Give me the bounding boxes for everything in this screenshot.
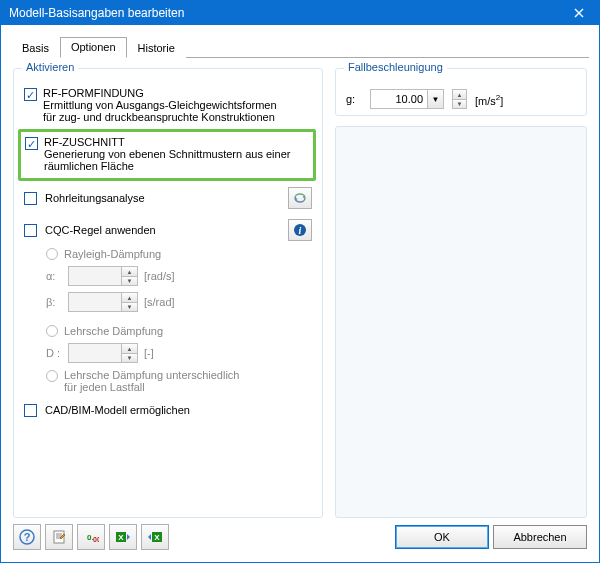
g-input[interactable]: 10.00 ▼ xyxy=(370,89,444,109)
spin-up-icon[interactable]: ▲ xyxy=(122,267,137,277)
close-button[interactable] xyxy=(559,1,599,25)
bottom-bar: ? 0. 00 X X xyxy=(1,518,599,562)
option-zuschnitt-highlight: RF-ZUSCHNITT Generierung von ebenen Schn… xyxy=(18,129,316,181)
window-title: Modell-Basisangaben bearbeiten xyxy=(9,6,559,20)
group-placeholder xyxy=(335,126,587,518)
group-fall: Fallbeschleunigung g: 10.00 ▼ ▲▼ [m/s2] xyxy=(335,68,587,116)
checkbox-zuschnitt[interactable] xyxy=(25,137,38,150)
help-button[interactable]: ? xyxy=(13,524,41,550)
svg-text:00: 00 xyxy=(93,536,99,543)
radio-rayleigh[interactable] xyxy=(46,248,58,260)
notes-button[interactable] xyxy=(45,524,73,550)
dialog-body: Aktivieren RF-FORMFINDUNG Ermittlung von… xyxy=(1,58,599,518)
export-excel-button[interactable]: X xyxy=(109,524,137,550)
cancel-button[interactable]: Abbrechen xyxy=(493,525,587,549)
alpha-label: α: xyxy=(46,270,62,282)
option-cadbim-row: CAD/BIM-Modell ermöglichen xyxy=(24,403,312,417)
radio-lehr-per-loadcase[interactable] xyxy=(46,370,58,382)
svg-text:?: ? xyxy=(24,531,31,543)
chevron-down-icon[interactable]: ▼ xyxy=(427,90,443,108)
right-column: Fallbeschleunigung g: 10.00 ▼ ▲▼ [m/s2] xyxy=(335,68,587,518)
d-input[interactable]: ▲▼ xyxy=(68,343,138,363)
refresh-button[interactable] xyxy=(288,187,312,209)
ok-button[interactable]: OK xyxy=(395,525,489,549)
zuschnitt-desc2: räumlichen Fläche xyxy=(44,160,290,172)
cqc-label: CQC-Regel anwenden xyxy=(45,224,156,236)
formfindung-desc2: für zug- und druckbeanspruchte Konstrukt… xyxy=(43,111,277,123)
checkbox-rohr[interactable] xyxy=(24,192,37,205)
svg-text:X: X xyxy=(118,533,124,542)
export-excel-icon: X xyxy=(115,530,131,544)
d-unit: [-] xyxy=(144,347,154,359)
radio-lehr[interactable] xyxy=(46,325,58,337)
spin-down-icon[interactable]: ▼ xyxy=(122,303,137,312)
zuschnitt-text: RF-ZUSCHNITT Generierung von ebenen Schn… xyxy=(44,136,290,172)
spin-up-icon[interactable]: ▲ xyxy=(122,344,137,354)
tab-bar: Basis Optionen Historie xyxy=(1,25,599,57)
checkbox-formfindung[interactable] xyxy=(24,88,37,101)
alpha-row: α: ▲▼ [rad/s] xyxy=(46,266,312,286)
group-activate-title: Aktivieren xyxy=(22,61,78,73)
group-fall-title: Fallbeschleunigung xyxy=(344,61,447,73)
info-icon: i xyxy=(293,223,307,237)
cqc-suboptions: Rayleigh-Dämpfung α: ▲▼ [rad/s] β: xyxy=(46,247,312,393)
option-lehr: Lehrsche Dämpfung xyxy=(46,324,312,337)
formfindung-label: RF-FORMFINDUNG xyxy=(43,87,277,99)
option-formfindung[interactable]: RF-FORMFINDUNG Ermittlung von Ausgangs-G… xyxy=(24,87,312,123)
g-label: g: xyxy=(346,93,362,105)
option-cqc-row: CQC-Regel anwenden i xyxy=(24,219,312,241)
g-unit: [m/s2] xyxy=(475,93,503,107)
lehr2-line2: für jeden Lastfall xyxy=(64,381,240,393)
zuschnitt-label: RF-ZUSCHNITT xyxy=(44,136,290,148)
svg-text:X: X xyxy=(154,533,160,542)
formfindung-desc1: Ermittlung von Ausgangs-Gleichgewichtsfo… xyxy=(43,99,277,111)
alpha-input[interactable]: ▲▼ xyxy=(68,266,138,286)
g-value: 10.00 xyxy=(371,93,427,105)
tab-historie[interactable]: Historie xyxy=(127,38,186,58)
dialog-window: Modell-Basisangaben bearbeiten Basis Opt… xyxy=(0,0,600,563)
option-lehr-per-loadcase: Lehrsche Dämpfung unterschiedlich für je… xyxy=(46,369,312,393)
spin-up-icon[interactable]: ▲ xyxy=(122,293,137,303)
checkbox-cadbim[interactable] xyxy=(24,404,37,417)
lehr-label: Lehrsche Dämpfung xyxy=(64,325,163,337)
close-icon xyxy=(574,8,584,18)
import-excel-icon: X xyxy=(147,530,163,544)
spin-down-icon[interactable]: ▼ xyxy=(122,277,137,286)
rohr-label: Rohrleitungsanalyse xyxy=(45,192,145,204)
g-row: g: 10.00 ▼ ▲▼ [m/s2] xyxy=(346,87,576,109)
formfindung-text: RF-FORMFINDUNG Ermittlung von Ausgangs-G… xyxy=(43,87,277,123)
d-label: D : xyxy=(46,347,62,359)
svg-text:i: i xyxy=(299,225,302,236)
beta-input[interactable]: ▲▼ xyxy=(68,292,138,312)
option-rayleigh: Rayleigh-Dämpfung xyxy=(46,247,312,260)
lehr2-text: Lehrsche Dämpfung unterschiedlich für je… xyxy=(64,369,240,393)
tab-basis[interactable]: Basis xyxy=(11,38,60,58)
units-button[interactable]: 0. 00 xyxy=(77,524,105,550)
tab-optionen[interactable]: Optionen xyxy=(60,37,127,58)
group-activate: Aktivieren RF-FORMFINDUNG Ermittlung von… xyxy=(13,68,323,518)
titlebar: Modell-Basisangaben bearbeiten xyxy=(1,1,599,25)
rayleigh-label: Rayleigh-Dämpfung xyxy=(64,248,161,260)
beta-unit: [s/rad] xyxy=(144,296,175,308)
beta-label: β: xyxy=(46,296,62,308)
spin-down-icon[interactable]: ▼ xyxy=(453,100,466,109)
info-button[interactable]: i xyxy=(288,219,312,241)
zuschnitt-desc1: Generierung von ebenen Schnittmustern au… xyxy=(44,148,290,160)
import-excel-button[interactable]: X xyxy=(141,524,169,550)
alpha-value xyxy=(69,267,121,285)
left-column: Aktivieren RF-FORMFINDUNG Ermittlung von… xyxy=(13,68,323,518)
g-stepper[interactable]: ▲▼ xyxy=(452,89,467,109)
spin-down-icon[interactable]: ▼ xyxy=(122,354,137,363)
spin-up-icon[interactable]: ▲ xyxy=(453,90,466,100)
cadbim-label: CAD/BIM-Modell ermöglichen xyxy=(45,404,190,416)
alpha-unit: [rad/s] xyxy=(144,270,175,282)
beta-value xyxy=(69,293,121,311)
d-row: D : ▲▼ [-] xyxy=(46,343,312,363)
option-zuschnitt[interactable]: RF-ZUSCHNITT Generierung von ebenen Schn… xyxy=(25,136,307,172)
notes-icon xyxy=(52,530,66,544)
checkbox-cqc[interactable] xyxy=(24,224,37,237)
help-icon: ? xyxy=(19,529,35,545)
beta-row: β: ▲▼ [s/rad] xyxy=(46,292,312,312)
units-icon: 0. 00 xyxy=(83,530,99,544)
option-rohr-row: Rohrleitungsanalyse xyxy=(24,187,312,209)
